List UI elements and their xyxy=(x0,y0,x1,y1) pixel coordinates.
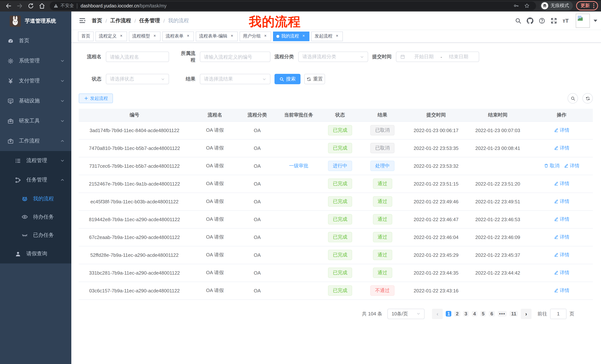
page-size-select[interactable]: 10条/页 xyxy=(387,308,425,319)
key-icon[interactable] xyxy=(513,3,519,9)
fullscreen-icon[interactable] xyxy=(551,17,557,24)
sidebar-item[interactable]: 任务管理 xyxy=(0,170,71,190)
action-详情[interactable]: 详情 xyxy=(554,145,570,151)
page-button-4[interactable]: 4 xyxy=(472,311,477,316)
sidebar-item[interactable]: 工作流程 xyxy=(0,131,71,151)
close-icon[interactable]: × xyxy=(119,34,124,38)
show-search-button[interactable] xyxy=(568,93,578,104)
end-date-placeholder[interactable]: 结束日期 xyxy=(442,53,475,60)
security-label[interactable]: 不安全 xyxy=(60,3,74,9)
table-row: 2152467e-7b9b-11ec-9a1b-acde48001122OA 请… xyxy=(79,175,593,192)
url-text[interactable]: dashboard.yudao.iocoder.cn/bpm/task/my xyxy=(80,3,511,8)
sidebar-item[interactable]: 待办任务 xyxy=(0,208,71,226)
edit-icon xyxy=(554,252,559,257)
next-page-button[interactable]: › xyxy=(521,308,531,319)
action-详情[interactable]: 详情 xyxy=(564,163,580,169)
name-input[interactable] xyxy=(106,52,169,62)
cell-id: 67c2eaab-7b9a-11ec-a290-acde48001122 xyxy=(79,228,190,246)
action-详情[interactable]: 详情 xyxy=(554,269,570,276)
task-link[interactable]: 一级审批 xyxy=(289,163,308,168)
close-icon[interactable]: × xyxy=(263,34,268,38)
name-input-field[interactable] xyxy=(110,54,165,59)
cell-status: 已完成 xyxy=(322,139,358,157)
page-button-1[interactable]: 1 xyxy=(446,311,451,316)
reset-button[interactable]: 重置 xyxy=(304,74,325,84)
avatar-dropdown-icon[interactable] xyxy=(594,19,597,22)
tab-流程表单-编辑[interactable]: 流程表单-编辑× xyxy=(196,31,238,41)
sidebar-item[interactable]: 研发工具 xyxy=(0,111,71,131)
jump-page-input[interactable]: 1 xyxy=(550,308,566,319)
page-button-6[interactable]: 6 xyxy=(489,311,495,316)
sidebar-item[interactable]: 已办任务 xyxy=(0,226,71,244)
close-icon[interactable]: × xyxy=(152,34,157,38)
action-详情[interactable]: 详情 xyxy=(554,127,570,134)
url-bar[interactable]: 不安全 dashboard.yudao.iocoder.cn/bpm/task/… xyxy=(50,1,536,10)
github-icon[interactable] xyxy=(527,17,534,24)
tab-我的流程[interactable]: 我的流程× xyxy=(273,31,310,41)
app-logo-row[interactable]: 芋道管理系统 xyxy=(0,11,71,31)
close-icon[interactable]: × xyxy=(186,34,190,38)
cell-task xyxy=(275,264,322,282)
breadcrumb-item[interactable]: 任务管理 xyxy=(139,17,160,24)
cell-task xyxy=(275,282,322,299)
action-详情[interactable]: 详情 xyxy=(554,198,570,205)
search-icon[interactable] xyxy=(515,17,522,24)
back-icon[interactable] xyxy=(5,2,12,9)
close-icon[interactable]: × xyxy=(230,34,234,38)
action-详情[interactable]: 详情 xyxy=(554,252,570,258)
avatar[interactable] xyxy=(576,14,590,28)
start-date-placeholder[interactable]: 开始日期 xyxy=(408,53,441,60)
action-详情[interactable]: 详情 xyxy=(554,234,570,240)
more-pages-icon[interactable]: ••• xyxy=(498,311,507,316)
action-详情[interactable]: 详情 xyxy=(554,287,570,294)
tab-首页[interactable]: 首页 xyxy=(78,31,94,41)
process-input-field[interactable] xyxy=(204,54,266,59)
reload-icon[interactable] xyxy=(28,2,34,9)
sidebar-item[interactable]: 基础设施 xyxy=(0,91,71,111)
create-process-button[interactable]: 发起流程 xyxy=(79,94,113,103)
page-content: 流程名 所属流程 流程分类 请选择流程分类 提交时间 开始日期 - 结束日期 xyxy=(71,43,601,319)
sidebar-item[interactable]: 流程管理 xyxy=(0,151,71,170)
cell-category: OA xyxy=(240,121,275,139)
tab-流程表单[interactable]: 流程表单× xyxy=(162,31,194,41)
breadcrumb-item[interactable]: 工作流程 xyxy=(110,17,131,24)
help-icon[interactable] xyxy=(539,17,545,24)
forward-icon[interactable] xyxy=(16,2,23,9)
sidebar-item[interactable]: 支付管理 xyxy=(0,71,71,91)
sidebar-item[interactable]: 首页 xyxy=(0,31,71,51)
bookmark-star-icon[interactable] xyxy=(524,3,530,9)
close-icon[interactable]: × xyxy=(301,34,306,38)
prev-page-button[interactable]: ‹ xyxy=(432,308,443,319)
home-icon[interactable] xyxy=(39,2,45,9)
search-button[interactable]: 搜索 xyxy=(274,74,300,84)
status-select[interactable]: 请选择状态 xyxy=(106,74,169,84)
action-详情[interactable]: 详情 xyxy=(554,180,570,187)
result-select[interactable]: 请选择流结果 xyxy=(200,74,270,84)
action-取消[interactable]: 取消 xyxy=(544,163,559,169)
tab-发起流程[interactable]: 发起流程× xyxy=(311,31,343,41)
close-icon[interactable]: × xyxy=(335,34,340,38)
table-row: 52ffd28e-7b9a-11ec-a290-acde48001122OA 请… xyxy=(79,246,593,264)
font-size-icon[interactable]: ᴛT xyxy=(562,18,569,24)
process-input[interactable] xyxy=(200,52,270,62)
sidebar-item[interactable]: 系统管理 xyxy=(0,51,71,71)
page-button-11[interactable]: 11 xyxy=(510,311,518,316)
browser-menu-icon[interactable] xyxy=(592,3,595,9)
refresh-table-button[interactable] xyxy=(582,93,593,104)
date-range-input[interactable]: 开始日期 - 结束日期 xyxy=(396,52,479,62)
action-详情[interactable]: 详情 xyxy=(554,216,570,223)
tab-用户分组[interactable]: 用户分组× xyxy=(240,31,271,41)
sidebar-item[interactable]: 请假查询 xyxy=(0,244,71,263)
tab-流程模型[interactable]: 流程模型× xyxy=(129,31,160,41)
page-button-2[interactable]: 2 xyxy=(454,311,460,316)
page-button-3[interactable]: 3 xyxy=(463,311,469,316)
active-dot xyxy=(276,35,279,38)
sidebar-item[interactable]: 我的流程 xyxy=(0,190,71,208)
category-select[interactable]: 请选择流程分类 xyxy=(298,52,368,62)
page-button-5[interactable]: 5 xyxy=(480,311,486,316)
trash-icon xyxy=(544,163,549,168)
update-button[interactable]: 更新 xyxy=(576,1,598,10)
sidebar-collapse-icon[interactable] xyxy=(79,17,86,24)
tab-流程定义[interactable]: 流程定义× xyxy=(95,31,127,41)
breadcrumb-item[interactable]: 首页 xyxy=(92,17,102,24)
